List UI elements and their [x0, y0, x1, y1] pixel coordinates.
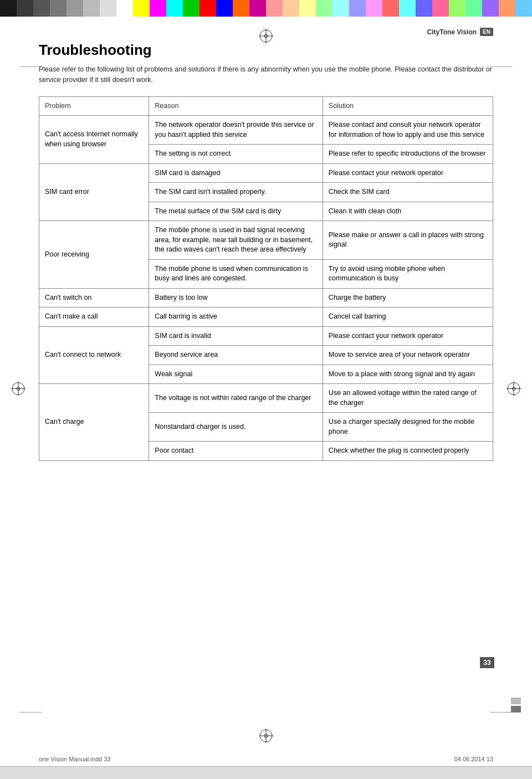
color-segment: [50, 0, 66, 17]
table-cell-reason: Beyond service area: [149, 346, 323, 365]
color-segment: [183, 0, 200, 17]
table-row: Can't connect to networkSIM card is inva…: [39, 326, 493, 346]
table-cell-solution: Move to a place with strong signal and t…: [323, 365, 493, 384]
lang-badge: EN: [480, 28, 493, 36]
color-segment: [382, 0, 399, 17]
table-cell-reason: Weak signal: [149, 365, 323, 384]
table-cell-reason: Call barring is active: [149, 308, 323, 327]
table-cell-solution: Use an allowed voltage within the rated …: [323, 384, 493, 413]
table-cell-reason: The SIM card isn't installed properly.: [149, 183, 323, 202]
color-segment: [299, 0, 316, 17]
color-segment: [233, 0, 249, 17]
footer-date: 04.06.2014 13: [454, 756, 493, 762]
color-segment: [432, 0, 449, 17]
intro-text: Please refer to the following list of pr…: [39, 64, 493, 85]
page-number: 33: [480, 657, 494, 668]
color-segment: [116, 0, 133, 17]
color-segment: [515, 0, 532, 17]
footer-filename: one Vision Manual.indd 33: [39, 756, 110, 762]
color-segment: [399, 0, 416, 17]
table-cell-solution: Please contact your network operator: [323, 163, 493, 183]
table-header-row: Problem Reason Solution: [39, 96, 493, 116]
table-cell-problem: SIM card error: [39, 163, 149, 221]
color-segment: [466, 0, 482, 17]
page-header: CityTone Vision EN: [39, 28, 493, 36]
table-cell-solution: Charge the battery: [323, 288, 493, 308]
color-segment: [499, 0, 515, 17]
color-segment: [216, 0, 233, 17]
table-cell-solution: Move to service area of your network ope…: [323, 346, 493, 365]
table-cell-reason: The mobile phone is used in bad signal r…: [149, 221, 323, 260]
color-segment: [150, 0, 166, 17]
color-segment: [33, 0, 50, 17]
footer: one Vision Manual.indd 33 04.06.2014 13: [39, 756, 493, 762]
col-header-problem: Problem: [39, 96, 149, 116]
table-cell-solution: Please refer to specific introductions o…: [323, 145, 493, 164]
table-cell-problem: Can't connect to network: [39, 326, 149, 384]
color-segment: [0, 0, 17, 17]
page-indicator-blocks: [511, 698, 521, 713]
troubleshooting-table: Problem Reason Solution Can't access Int…: [39, 96, 493, 461]
color-segment: [100, 0, 116, 17]
table-cell-reason: The metal surface of the SIM card is dir…: [149, 202, 323, 221]
table-cell-solution: Check the SIM card: [323, 183, 493, 202]
table-cell-problem: Can't make a call: [39, 308, 149, 327]
table-cell-solution: Try to avoid using mobile phone when com…: [323, 259, 493, 288]
table-row: Poor receivingThe mobile phone is used i…: [39, 221, 493, 260]
table-cell-problem: Poor receiving: [39, 221, 149, 289]
indicator-block-2: [511, 706, 521, 713]
color-segment: [133, 0, 150, 17]
table-cell-solution: Use a charger specially designed for the…: [323, 413, 493, 442]
table-cell-reason: The voltage is not within rated range of…: [149, 384, 323, 413]
table-cell-reason: SIM card is damaged: [149, 163, 323, 183]
table-cell-reason: Poor contact: [149, 442, 323, 461]
col-header-solution: Solution: [323, 96, 493, 116]
color-segment: [17, 0, 33, 17]
color-segment: [66, 0, 83, 17]
page-title: Troubleshooting: [39, 42, 493, 59]
table-cell-reason: Battery is too low: [149, 288, 323, 308]
table-cell-problem: Can't access Internet normally when usin…: [39, 116, 149, 164]
table-cell-solution: Clean it with clean cloth: [323, 202, 493, 221]
table-cell-solution: Please make or answer a call in places w…: [323, 221, 493, 260]
color-segment: [266, 0, 283, 17]
color-segment: [366, 0, 382, 17]
indicator-block-1: [511, 698, 521, 704]
color-segment: [249, 0, 266, 17]
col-header-reason: Reason: [149, 96, 323, 116]
table-cell-solution: Check whether the plug is connected prop…: [323, 442, 493, 461]
color-segment: [349, 0, 366, 17]
table-row: Can't make a callCall barring is activeC…: [39, 308, 493, 327]
margin-rule-right-bottom: [490, 712, 513, 713]
table-cell-solution: Please contact your network operator: [323, 326, 493, 346]
color-segment: [316, 0, 332, 17]
color-segment: [283, 0, 299, 17]
color-segment: [166, 0, 183, 17]
table-cell-reason: SIM card is invalid: [149, 326, 323, 346]
table-row: Can't access Internet normally when usin…: [39, 116, 493, 145]
color-bar: [0, 0, 532, 17]
color-segment: [83, 0, 100, 17]
table-cell-reason: The setting is not correct: [149, 145, 323, 164]
table-cell-solution: Cancel call barring: [323, 308, 493, 327]
table-row: Can't switch onBattery is too lowCharge …: [39, 288, 493, 308]
color-segment: [416, 0, 432, 17]
color-segment: [332, 0, 349, 17]
page-content: CityTone Vision EN Troubleshooting Pleas…: [0, 17, 532, 483]
table-cell-reason: The mobile phone is used when communicat…: [149, 259, 323, 288]
table-cell-solution: Please contact and consult your network …: [323, 116, 493, 145]
table-cell-problem: Can't switch on: [39, 288, 149, 308]
color-segment: [449, 0, 466, 17]
table-row: SIM card errorSIM card is damagedPlease …: [39, 163, 493, 183]
color-segment: [200, 0, 216, 17]
bottom-bar: [0, 767, 532, 779]
bottom-reg-mark: [258, 727, 274, 746]
table-cell-problem: Can't charge: [39, 384, 149, 461]
color-segment: [482, 0, 499, 17]
table-cell-reason: The network operator doesn't provide thi…: [149, 116, 323, 145]
margin-rule-left-bottom: [19, 712, 42, 713]
brand-name: CityTone Vision: [427, 28, 477, 36]
table-row: Can't chargeThe voltage is not within ra…: [39, 384, 493, 413]
table-cell-reason: Nonstandard charger is used.: [149, 413, 323, 442]
